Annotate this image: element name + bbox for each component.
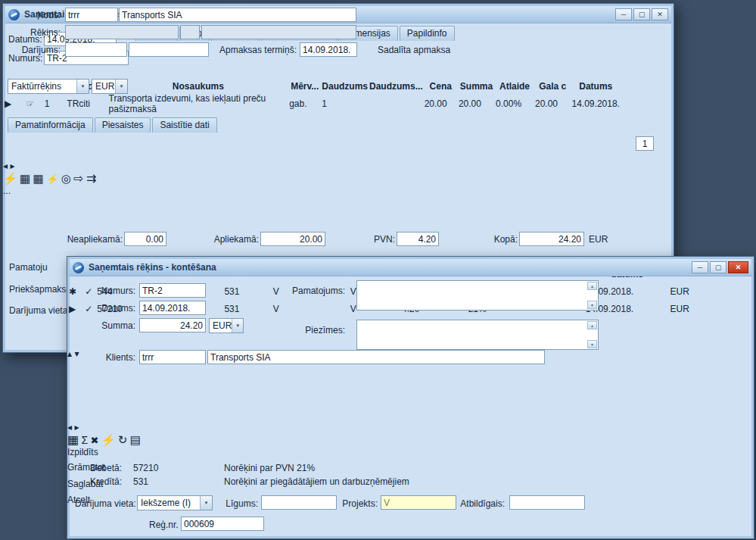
excel-export-icon[interactable]: ▦ bbox=[33, 172, 44, 185]
scroll-down-icon[interactable]: ▾ bbox=[587, 340, 597, 348]
kods-input[interactable] bbox=[65, 8, 118, 22]
cell-merv[interactable]: gab. bbox=[289, 93, 320, 114]
titlebar-front[interactable]: Saņemtais rēķins - kontēšana ─ ▢ ✕ bbox=[70, 259, 751, 276]
cell-valuta[interactable]: EUR bbox=[670, 281, 703, 302]
scroll-down-icon[interactable]: ▾ bbox=[587, 301, 597, 309]
page-number-input[interactable] bbox=[636, 136, 654, 151]
maximize-button[interactable]: ▢ bbox=[710, 261, 726, 273]
pvn-input[interactable] bbox=[397, 232, 439, 246]
col-merv[interactable]: Mērv... bbox=[289, 81, 320, 92]
window-invoice-posting: Saņemtais rēķins - kontēšana ─ ▢ ✕ Numur… bbox=[67, 256, 754, 539]
scroll-up-icon[interactable]: ▴ bbox=[587, 282, 597, 290]
apliekama-input[interactable] bbox=[260, 232, 325, 246]
col-datums[interactable]: Datums bbox=[572, 81, 620, 92]
export-icon[interactable]: ⇉ bbox=[86, 172, 96, 185]
posting-grid-hscrollbar[interactable]: ◂ ▸ bbox=[67, 422, 718, 432]
col-daudzums[interactable]: Daudzums bbox=[322, 81, 368, 92]
lightning-icon[interactable]: ⚡ bbox=[101, 433, 116, 446]
scroll-left-icon[interactable]: ◂ bbox=[3, 161, 8, 171]
scroll-up-icon[interactable]: ▴ bbox=[67, 348, 72, 359]
scroll-right-icon[interactable]: ▸ bbox=[74, 422, 79, 432]
chevron-down-icon[interactable]: ▼ bbox=[200, 496, 212, 510]
cell-k-strukturvieniba[interactable]: V bbox=[273, 304, 349, 314]
cell-valuta[interactable]: EUR bbox=[670, 304, 703, 314]
col-gala-c[interactable]: Gala c bbox=[535, 81, 571, 92]
atbildigais-input[interactable] bbox=[509, 495, 585, 510]
klients-kods-input[interactable] bbox=[139, 350, 206, 364]
rekins-name-input[interactable] bbox=[201, 25, 356, 39]
cell-summa[interactable]: 20.00 bbox=[459, 93, 494, 114]
neapliekama-input[interactable] bbox=[124, 232, 166, 246]
lightning-icon[interactable]: ⚡ bbox=[46, 173, 58, 185]
cell-k-konts[interactable]: 531 bbox=[224, 281, 271, 302]
col-atlaide[interactable]: Atlaide bbox=[496, 81, 534, 92]
projekts-input[interactable] bbox=[381, 495, 456, 510]
rekins-label: Rēķins: bbox=[3, 27, 61, 38]
kopa-input[interactable] bbox=[519, 232, 584, 246]
pvn-more-button[interactable]: ... bbox=[3, 186, 18, 201]
cell-atlaide[interactable]: 0.00% bbox=[496, 93, 534, 114]
refresh-icon[interactable]: ↻ bbox=[118, 433, 128, 446]
items-grid-hscrollbar[interactable]: ◂ ▸ bbox=[3, 161, 623, 171]
rekins-small-input[interactable] bbox=[180, 25, 200, 39]
preview-icon[interactable]: ◎ bbox=[61, 172, 71, 185]
col-daudzums2[interactable]: Daudzums... bbox=[369, 81, 423, 92]
cell-daudzums2[interactable] bbox=[369, 93, 423, 114]
summa-label: Summa: bbox=[73, 320, 135, 331]
minimize-button[interactable]: ─ bbox=[692, 261, 708, 273]
cell-nosaukums[interactable]: Transporta izdevumi, kas iekļauti preču … bbox=[109, 93, 288, 114]
izpildits-button[interactable]: Izpildīts bbox=[67, 447, 113, 462]
close-button[interactable]: ✕ bbox=[728, 261, 748, 273]
darijums-name-input[interactable] bbox=[129, 42, 209, 57]
cell-daudzums[interactable]: 1 bbox=[322, 93, 368, 114]
scroll-right-icon[interactable]: ▸ bbox=[10, 161, 14, 171]
doc-type-select[interactable]: Faktūrrēķins ▼ bbox=[8, 79, 89, 94]
summa-input[interactable] bbox=[139, 318, 206, 332]
darijuma-vieta-select[interactable]: Iekšzeme (I) ▼ bbox=[137, 495, 213, 510]
lightning-icon[interactable]: ⚡ bbox=[3, 172, 17, 185]
cell-datums[interactable]: 14.09.2018. bbox=[572, 93, 620, 114]
scroll-up-icon[interactable]: ▴ bbox=[587, 321, 597, 329]
pamatojums-textarea[interactable]: ▴ ▾ bbox=[356, 280, 599, 311]
tab-papildinfo[interactable]: Papildinfo bbox=[400, 26, 455, 41]
subtab-pamatinformacija[interactable]: Pamatinformācija bbox=[8, 117, 93, 133]
subtab-piesaistes[interactable]: Piesaistes bbox=[95, 117, 151, 133]
apmaksas-terminsh-input[interactable] bbox=[300, 42, 357, 57]
subtab-saistitie-dati[interactable]: Saistītie dati bbox=[152, 117, 216, 133]
close-button[interactable]: ✕ bbox=[652, 8, 668, 20]
numurs-input[interactable] bbox=[139, 283, 206, 298]
piezimes-textarea[interactable]: ▴ ▾ bbox=[356, 320, 599, 350]
delete-icon[interactable]: ✖ bbox=[90, 435, 98, 446]
journal-icon[interactable]: ▦ bbox=[67, 433, 79, 446]
cell-kods[interactable]: TRciti bbox=[67, 93, 107, 114]
items-grid-row[interactable]: ▶ ☞ 1 TRciti Transporta izdevumi, kas ie… bbox=[5, 93, 620, 114]
minimize-button[interactable]: ─ bbox=[615, 8, 632, 20]
cell-k-konts[interactable]: 531 bbox=[224, 304, 271, 314]
client-name-input[interactable] bbox=[119, 8, 356, 22]
cell-npk[interactable]: 1 bbox=[45, 93, 66, 114]
import-icon[interactable]: ⇨ bbox=[73, 172, 83, 185]
datums-input[interactable] bbox=[139, 301, 206, 315]
cell-cena[interactable]: 20.00 bbox=[425, 93, 457, 114]
maximize-button[interactable]: ▢ bbox=[633, 8, 650, 20]
chevron-down-icon[interactable]: ▼ bbox=[115, 80, 127, 93]
currency-select[interactable]: EUR ▼ bbox=[209, 318, 244, 333]
chevron-down-icon[interactable]: ▼ bbox=[76, 80, 89, 93]
reg-nr-input[interactable] bbox=[181, 517, 264, 531]
col-summa[interactable]: Summa bbox=[459, 81, 494, 92]
ligums-input[interactable] bbox=[261, 495, 337, 510]
cell-gala-c[interactable]: 20.00 bbox=[535, 93, 571, 114]
ledger-icon[interactable]: ▤ bbox=[130, 433, 141, 446]
sum-icon[interactable]: Σ bbox=[81, 434, 88, 446]
scroll-left-icon[interactable]: ◂ bbox=[67, 422, 72, 432]
darijuma-vieta-value: Iekšzeme (I) bbox=[141, 498, 191, 508]
darijums-input[interactable] bbox=[65, 42, 127, 57]
window-title: Saņemtais rēķins - kontēšana bbox=[89, 262, 216, 273]
journal-icon[interactable]: ▦ bbox=[20, 172, 30, 185]
currency-select[interactable]: EUR ▼ bbox=[92, 79, 128, 94]
rekins-input[interactable] bbox=[65, 25, 179, 39]
klients-name-input[interactable] bbox=[207, 350, 545, 364]
chevron-down-icon[interactable]: ▼ bbox=[232, 319, 243, 332]
col-cena[interactable]: Cena bbox=[425, 81, 457, 92]
col-nosaukums[interactable]: Nosaukums bbox=[109, 81, 288, 92]
